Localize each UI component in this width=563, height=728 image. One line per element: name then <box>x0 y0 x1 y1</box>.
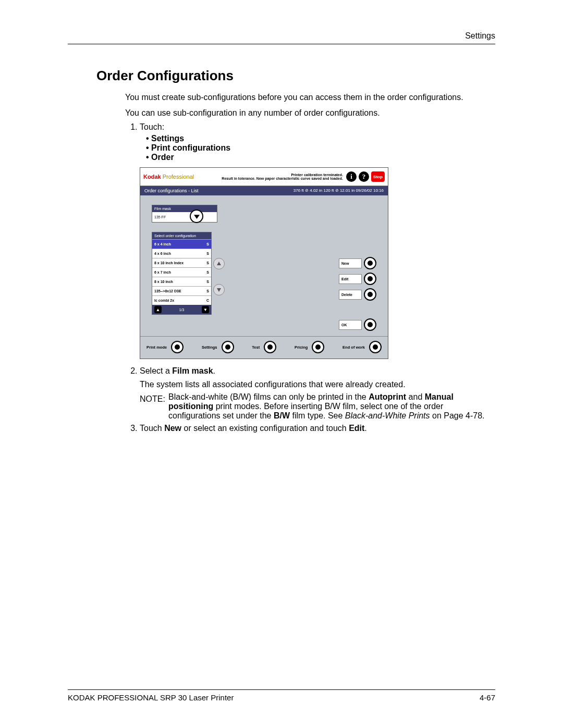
status-strip: 376 ft ⊘ 4.02 in 120 ft ⊘ 12.01 in 09/26… <box>293 188 384 193</box>
ok-button[interactable]: OK <box>339 318 376 331</box>
radio-icon <box>171 341 183 353</box>
page-footer: KODAK PROFESSIONAL SRP 30 Laser Printer … <box>68 689 495 702</box>
list-item[interactable]: 6 x 7 inchS <box>152 267 211 277</box>
body-text: You must create sub-configurations befor… <box>96 92 495 433</box>
svg-marker-1 <box>217 262 221 265</box>
footer-page-number: 4-67 <box>480 693 495 702</box>
list-item[interactable]: 135-->8x12 D3ES <box>152 286 211 295</box>
svg-marker-2 <box>217 288 221 292</box>
document-page: Settings Order Configurations You must c… <box>0 0 563 728</box>
intro-paragraph-2: You can use sub-configuration in any num… <box>125 107 495 119</box>
film-mask-value[interactable]: 135 FF <box>152 212 217 223</box>
content-area: Order Configurations You must create sub… <box>68 44 495 433</box>
brand-logo: Kodak Professional <box>143 174 194 180</box>
radio-icon <box>222 341 234 353</box>
ui-top-bar: Kodak Professional Printer calibration t… <box>140 168 388 186</box>
ui-title-bar: Order configurations - List 376 ft ⊘ 4.0… <box>140 186 388 195</box>
help-icon[interactable]: ? <box>359 171 369 182</box>
chevron-down-icon <box>194 214 200 219</box>
scroll-up-button[interactable] <box>213 258 225 269</box>
top-icon-group: i ? Stop <box>346 171 385 182</box>
list-item[interactable]: 4 x 6 inchS <box>152 249 211 258</box>
radio-icon <box>364 257 376 269</box>
radio-icon <box>369 341 382 353</box>
film-mask-header: Film mask <box>152 205 217 212</box>
note-text: Black-and-white (B/W) films can only be … <box>168 392 495 421</box>
step-1: Touch: Settings Print configurations Ord… <box>140 122 495 359</box>
list-item[interactable]: 8 x 10 inchS <box>152 277 211 286</box>
bullet-settings: Settings <box>146 134 495 143</box>
step-2-extra: The system lists all associated configur… <box>140 379 495 390</box>
ui-screenshot: Kodak Professional Printer calibration t… <box>140 167 388 359</box>
radio-icon <box>364 288 376 301</box>
stop-button[interactable]: Stop <box>371 171 385 182</box>
delete-button[interactable]: Delete <box>339 288 376 301</box>
edit-button[interactable]: Edit <box>339 273 376 285</box>
page-next-button[interactable]: ▼ <box>202 306 209 313</box>
page-title: Order Configurations <box>96 68 495 84</box>
status-message: Printer calibration terminated. Result i… <box>194 173 346 181</box>
arrow-down-icon <box>216 287 222 292</box>
radio-icon <box>364 273 376 285</box>
arrow-up-icon <box>216 261 222 266</box>
radio-icon <box>312 341 324 353</box>
ui-footer-bar: Print mode Settings Test Pricing End of … <box>140 336 388 359</box>
list-paginator: ▲ 1/3 ▼ <box>152 305 211 314</box>
test-button[interactable]: Test <box>252 341 276 353</box>
scroll-down-button[interactable] <box>213 284 225 295</box>
note-label: NOTE: <box>140 394 165 404</box>
list-item[interactable]: Ic combi 2xC <box>152 295 211 305</box>
ui-body: Film mask 135 FF Select order configurat… <box>140 195 388 336</box>
step-2: Select a Film mask. The system lists all… <box>140 366 495 421</box>
end-of-work-button[interactable]: End of work <box>342 341 382 353</box>
intro-paragraph-1: You must create sub-configurations befor… <box>125 92 495 103</box>
step-1-bullets: Settings Print configurations Order <box>140 134 495 162</box>
step-3: Touch New or select an existing configur… <box>140 424 495 433</box>
page-indicator: 1/3 <box>179 308 185 312</box>
new-button[interactable]: New <box>339 257 376 269</box>
bullet-order: Order <box>146 153 495 162</box>
film-mask-panel: Film mask 135 FF <box>152 205 217 223</box>
page-first-button[interactable]: ▲ <box>154 306 162 313</box>
pricing-button[interactable]: Pricing <box>295 341 324 353</box>
film-mask-dropdown-button[interactable] <box>190 209 203 223</box>
note-block: NOTE: Black-and-white (B/W) films can on… <box>140 394 495 421</box>
page-header-section: Settings <box>68 31 495 44</box>
procedure-list: Touch: Settings Print configurations Ord… <box>125 122 495 433</box>
footer-product: KODAK PROFESSIONAL SRP 30 Laser Printer <box>68 693 234 702</box>
list-item[interactable]: 6 x 4 inchS <box>152 239 211 249</box>
settings-button[interactable]: Settings <box>202 341 234 353</box>
info-icon[interactable]: i <box>346 171 357 182</box>
print-mode-button[interactable]: Print mode <box>146 341 183 353</box>
screen-title: Order configurations - List <box>144 188 199 193</box>
list-item[interactable]: 8 x 10 inch IndexS <box>152 258 211 267</box>
order-config-list: Select order configuration 6 x 4 inchS 4… <box>152 232 212 315</box>
list-header: Select order configuration <box>152 232 211 239</box>
side-button-group: New Edit Delete OK <box>339 257 376 334</box>
radio-icon <box>364 318 376 331</box>
bullet-print-configurations: Print configurations <box>146 143 495 153</box>
radio-icon <box>264 341 276 353</box>
svg-marker-0 <box>194 215 200 219</box>
